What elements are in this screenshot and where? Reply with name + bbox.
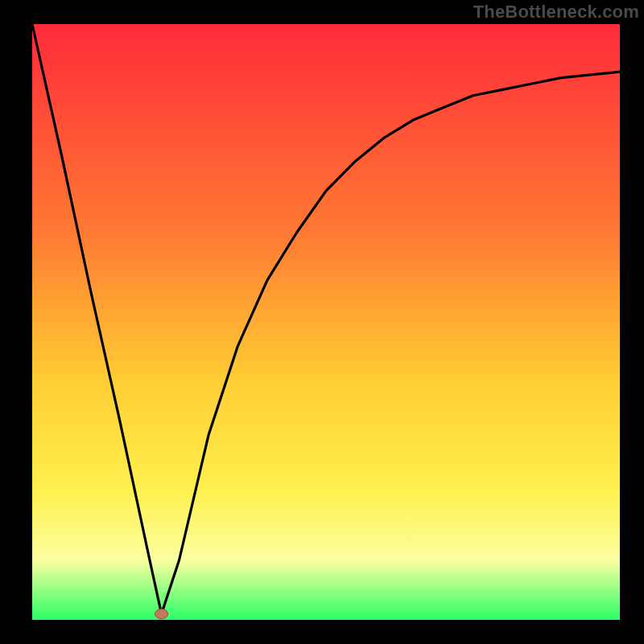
watermark-text: TheBottleneck.com [473, 2, 639, 23]
plot-area [32, 24, 620, 620]
chart-frame: { "watermark": "TheBottleneck.com", "col… [0, 0, 644, 644]
curve-minimum-marker [155, 609, 168, 619]
chart-svg [0, 0, 644, 644]
